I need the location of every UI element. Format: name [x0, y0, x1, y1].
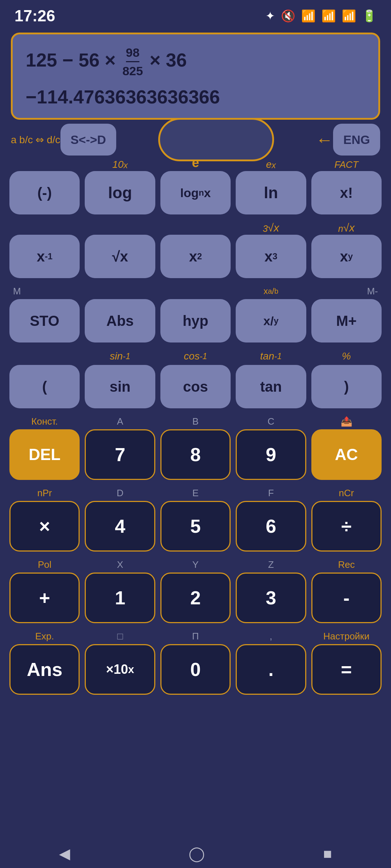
equals-button[interactable]: =: [311, 644, 382, 695]
empty-label2: [160, 283, 231, 299]
status-time: 17:26: [14, 7, 55, 25]
konst-label: Конст.: [9, 413, 80, 429]
back-nav-button[interactable]: ◀: [59, 845, 70, 862]
ln-button[interactable]: ln: [236, 171, 306, 214]
eng-button[interactable]: ENG: [333, 124, 380, 156]
logn-button[interactable]: lognx: [160, 171, 231, 214]
power-button[interactable]: xy: [311, 235, 382, 278]
numrow3-labels: Pol X Y Z Rec: [7, 557, 384, 573]
minus-button[interactable]: -: [311, 573, 382, 623]
sd-button[interactable]: S<->D: [60, 124, 116, 156]
ans-button[interactable]: Ans: [9, 644, 80, 695]
tan-button[interactable]: tan: [236, 365, 306, 408]
row3-buttons: STO Abs hyp x/y M+: [7, 299, 384, 342]
a-label: A: [85, 413, 155, 429]
row1-label-0: [9, 156, 80, 170]
numrow4-buttons: Ans ×10x 0 . =: [7, 644, 384, 695]
exp-label: Exp.: [9, 628, 80, 644]
npr-label: nPr: [9, 485, 80, 501]
row2-label-1: [85, 220, 155, 234]
trig-labels: sin-1 cos-1 tan-1 %: [7, 348, 384, 365]
row3-labels: M xa/b M-: [7, 283, 384, 299]
numrow3-buttons: + 1 2 3 -: [7, 573, 384, 623]
negative-button[interactable]: (-): [9, 171, 80, 214]
log-button[interactable]: log: [85, 171, 155, 214]
d-label: D: [85, 485, 155, 501]
exp10-button[interactable]: ×10x: [85, 644, 155, 695]
cos-button[interactable]: cos: [160, 365, 231, 408]
f-label: F: [236, 485, 306, 501]
bluetooth-icon: ✦: [265, 9, 275, 23]
sqrt-button[interactable]: √x: [85, 235, 155, 278]
inverse-button[interactable]: x-1: [9, 235, 80, 278]
empty-label1: [85, 283, 155, 299]
six-button[interactable]: 6: [236, 501, 306, 552]
square-button[interactable]: x2: [160, 235, 231, 278]
two-button[interactable]: 2: [160, 573, 231, 623]
backspace-button[interactable]: ←: [316, 130, 333, 150]
sin-button[interactable]: sin: [85, 365, 155, 408]
mminus-label: M-: [311, 283, 382, 299]
oval-button[interactable]: [158, 118, 274, 161]
status-bar: 17:26 ✦ 🔇 📶 📶 📶 🔋: [0, 0, 391, 29]
row1-label-2: e: [160, 156, 231, 170]
sto-button[interactable]: STO: [9, 299, 80, 342]
xy-button[interactable]: x/y: [236, 299, 306, 342]
signal2-icon: 📶: [321, 9, 336, 23]
comma-label: ,: [236, 628, 306, 644]
row1-label-3: ex: [236, 156, 306, 170]
bottom-nav: ◀ ◯ ■: [0, 839, 391, 868]
del-button[interactable]: DEL: [9, 429, 80, 480]
divide-button[interactable]: ÷: [311, 501, 382, 552]
row1-buttons: (-) log lognx ln x!: [7, 171, 384, 214]
numrow1-labels: Конст. A B C 📤: [7, 413, 384, 429]
ac-button[interactable]: AC: [311, 429, 382, 480]
factorial-button[interactable]: x!: [311, 171, 382, 214]
fraction-equiv-symbol: a b/c ⇔ d/c: [11, 134, 60, 146]
three-button[interactable]: 3: [236, 573, 306, 623]
multiply-button[interactable]: ×: [9, 501, 80, 552]
x-label: X: [85, 557, 155, 573]
trig-label-0: [9, 348, 80, 365]
open-paren-button[interactable]: (: [9, 365, 80, 408]
mplus-button[interactable]: M+: [311, 299, 382, 342]
dot-button[interactable]: .: [236, 644, 306, 695]
oval-container: [116, 118, 316, 161]
eight-button[interactable]: 8: [160, 429, 231, 480]
row2-label-0: [9, 220, 80, 234]
cube-button[interactable]: x3: [236, 235, 306, 278]
trig-label-cos: cos-1: [160, 348, 231, 365]
row2-buttons: x-1 √x x2 x3 xy: [7, 235, 384, 278]
trig-buttons: ( sin cos tan ): [7, 365, 384, 408]
pi-label: Π: [160, 628, 231, 644]
recents-nav-button[interactable]: ■: [323, 846, 332, 862]
hyp-button[interactable]: hyp: [160, 299, 231, 342]
c-label: C: [236, 413, 306, 429]
numrow1-buttons: DEL 7 8 9 AC: [7, 429, 384, 480]
five-button[interactable]: 5: [160, 501, 231, 552]
row1-label-1: 10x: [85, 156, 155, 170]
home-nav-button[interactable]: ◯: [189, 845, 205, 862]
four-button[interactable]: 4: [85, 501, 155, 552]
numrow4-labels: Exp. □ Π , Настройки: [7, 628, 384, 644]
b-label: B: [160, 413, 231, 429]
zero-button[interactable]: 0: [160, 644, 231, 695]
one-button[interactable]: 1: [85, 573, 155, 623]
display-result: −114.47636363636366: [26, 86, 365, 108]
abs-button[interactable]: Abs: [85, 299, 155, 342]
trig-label-tan: tan-1: [236, 348, 306, 365]
numrow2-buttons: × 4 5 6 ÷: [7, 501, 384, 552]
ncr-label: nCr: [311, 485, 382, 501]
signal-icon: 📶: [301, 9, 316, 23]
plus-button[interactable]: +: [9, 573, 80, 623]
nine-button[interactable]: 9: [236, 429, 306, 480]
row2-label-4: n√x: [311, 220, 382, 234]
pol-label: Pol: [9, 557, 80, 573]
wifi-icon: 📶: [342, 9, 356, 23]
row2-label-3: 3√x: [236, 220, 306, 234]
status-icons: ✦ 🔇 📶 📶 📶 🔋: [265, 9, 377, 23]
fraction: 98825: [122, 44, 143, 79]
display-expression: 125 − 56 × 98825 × 36: [26, 44, 365, 79]
close-paren-button[interactable]: ): [311, 365, 382, 408]
seven-button[interactable]: 7: [85, 429, 155, 480]
